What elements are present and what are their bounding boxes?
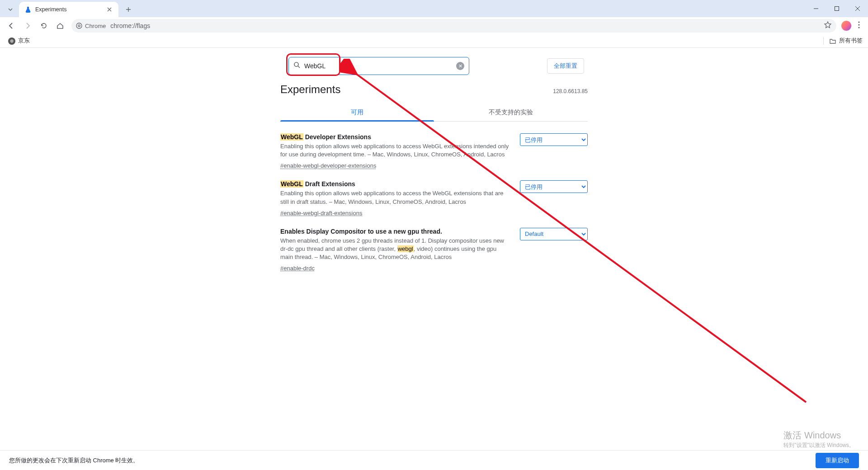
bookmarks-bar: ⊕ 京东 所有书签 xyxy=(0,34,868,48)
restart-bar: 您所做的更改会在下次重新启动 Chrome 时生效。 重新启动 xyxy=(0,450,868,470)
flag-row: WebGL Draft Extensions Enabling this opt… xyxy=(280,175,588,222)
chrome-icon xyxy=(76,23,82,29)
all-bookmarks-label: 所有书签 xyxy=(839,37,863,45)
tab-search-button[interactable] xyxy=(5,4,16,15)
globe-icon: ⊕ xyxy=(8,38,15,45)
search-row: ✕ 全部重置 xyxy=(288,57,588,75)
page-title: Experiments xyxy=(280,83,340,96)
browser-titlebar: Experiments xyxy=(0,0,868,17)
flag-title: Enables Display Compositor to use a new … xyxy=(280,228,511,235)
new-tab-button[interactable] xyxy=(122,3,135,16)
tab-title: Experiments xyxy=(35,6,103,13)
clear-search-button[interactable]: ✕ xyxy=(456,62,464,70)
bookmark-label: 京东 xyxy=(18,37,30,45)
bookmark-jd[interactable]: ⊕ 京东 xyxy=(5,35,33,47)
flag-hash[interactable]: #enable-webgl-developer-extensions xyxy=(280,162,376,169)
page-content: ✕ 全部重置 Experiments 128.0.6613.85 可用 不受支持… xyxy=(0,48,868,454)
flag-row: Enables Display Compositor to use a new … xyxy=(280,222,588,278)
flag-description: Enabling this option allows web applicat… xyxy=(280,142,511,159)
flag-state-select[interactable]: 已停用 xyxy=(520,180,588,193)
bookmark-star-icon[interactable] xyxy=(824,21,832,31)
profile-avatar[interactable] xyxy=(840,19,853,32)
flag-description: When enabled, chrome uses 2 gpu threads … xyxy=(280,237,511,262)
svg-point-2 xyxy=(78,25,80,27)
address-field[interactable]: Chrome chrome://flags xyxy=(71,19,836,33)
version-label: 128.0.6613.85 xyxy=(553,88,588,94)
address-bar: Chrome chrome://flags xyxy=(0,17,868,34)
site-chip-label: Chrome xyxy=(85,23,106,29)
svg-point-5 xyxy=(858,27,859,28)
svg-point-6 xyxy=(294,62,298,66)
svg-point-1 xyxy=(76,23,82,28)
search-input[interactable] xyxy=(304,62,456,70)
tab-unsupported[interactable]: 不受支持的实验 xyxy=(434,104,588,121)
svg-rect-0 xyxy=(835,7,839,11)
flag-description: Enabling this option allows web applicat… xyxy=(280,189,511,206)
folder-icon xyxy=(829,38,836,45)
tab-close-button[interactable] xyxy=(106,6,113,13)
tab-available[interactable]: 可用 xyxy=(280,104,434,121)
experiments-header: Experiments 128.0.6613.85 xyxy=(280,83,588,96)
svg-point-4 xyxy=(858,24,859,25)
flag-title: WebGL Developer Extensions xyxy=(280,133,511,141)
flag-title: WebGL Draft Extensions xyxy=(280,180,511,188)
restart-button[interactable]: 重新启动 xyxy=(816,453,859,468)
url-text: chrome://flags xyxy=(110,22,150,29)
close-window-button[interactable] xyxy=(847,0,868,17)
minimize-button[interactable] xyxy=(806,0,826,17)
flag-hash[interactable]: #enable-drdc xyxy=(280,265,315,272)
forward-button[interactable] xyxy=(20,18,35,33)
flag-state-select[interactable]: 已停用 xyxy=(520,133,588,146)
flask-icon xyxy=(24,6,32,13)
browser-tab[interactable]: Experiments xyxy=(19,2,118,17)
restart-notice: 您所做的更改会在下次重新启动 Chrome 时生效。 xyxy=(9,456,139,465)
flag-hash[interactable]: #enable-webgl-draft-extensions xyxy=(280,210,362,216)
browser-menu-button[interactable] xyxy=(854,21,864,30)
flag-row: WebGL Developer Extensions Enabling this… xyxy=(280,128,588,175)
all-bookmarks-button[interactable]: 所有书签 xyxy=(823,37,863,45)
experiment-tabs: 可用 不受支持的实验 xyxy=(280,104,588,122)
back-button[interactable] xyxy=(4,18,19,33)
home-button[interactable] xyxy=(52,18,68,33)
search-box[interactable]: ✕ xyxy=(288,57,469,75)
maximize-button[interactable] xyxy=(826,0,847,17)
flag-state-select[interactable]: Default xyxy=(520,228,588,240)
reset-all-button[interactable]: 全部重置 xyxy=(547,58,584,74)
window-controls xyxy=(806,0,868,17)
reload-button[interactable] xyxy=(36,18,52,33)
site-chip: Chrome xyxy=(76,23,110,29)
svg-point-3 xyxy=(858,21,859,23)
search-icon xyxy=(293,61,301,70)
